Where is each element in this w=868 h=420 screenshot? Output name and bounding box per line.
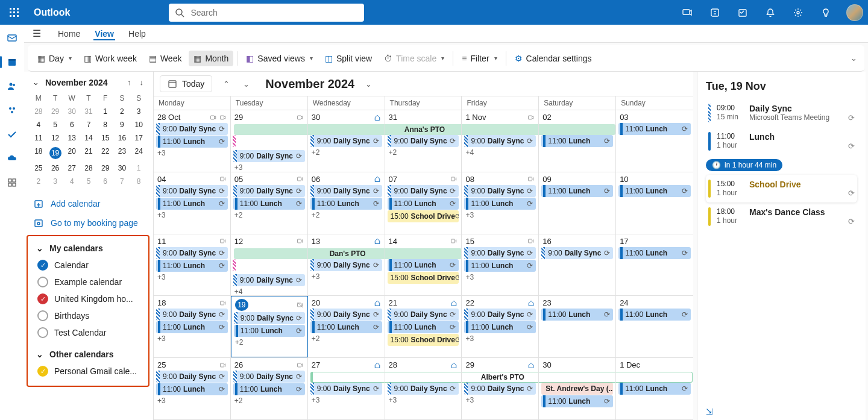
day-cell[interactable]: 189:00Daily Sync⟳11:00Lunch⟳+3	[154, 296, 231, 357]
today-button[interactable]: Today	[160, 75, 212, 92]
calendar-event[interactable]: 11:00Lunch⟳	[464, 260, 536, 272]
calendar-event[interactable]: 11:00Lunch⟳	[310, 321, 382, 333]
calendar-event[interactable]: 9:00Daily Sync⟳	[233, 371, 305, 383]
mini-day[interactable]: 8	[130, 175, 147, 188]
rail-groups-icon[interactable]	[2, 101, 22, 120]
day-cell[interactable]: 079:00Daily Sync⟳11:00Lunch⟳15:00School …	[385, 172, 462, 234]
mini-day[interactable]: 19	[47, 145, 64, 161]
calendar-event[interactable]: 9:00Daily Sync⟳	[464, 383, 536, 395]
tab-help[interactable]: Help	[127, 27, 147, 40]
mini-day[interactable]: 1	[130, 161, 147, 175]
settings-icon[interactable]	[788, 3, 808, 22]
mini-day[interactable]: 7	[114, 175, 131, 188]
agenda-item[interactable]: 18:001 hourMax's Dance Class⟳	[706, 202, 857, 231]
calendar-event[interactable]: 11:00Lunch⟳	[156, 260, 228, 272]
calendar-event[interactable]: 9:00Daily Sync⟳	[388, 135, 459, 147]
calendar-event[interactable]: 9:00Daily Sync⟳	[156, 371, 228, 383]
calendar-toggle[interactable]	[37, 260, 48, 271]
waffle-icon[interactable]	[5, 3, 24, 22]
day-cell[interactable]: 2411:00Lunch⟳	[616, 296, 693, 357]
my-calendars-group[interactable]: ⌄ My calendars	[30, 240, 146, 257]
day-cell[interactable]: 0911:00Lunch⟳	[539, 172, 616, 234]
mini-day[interactable]: 3	[47, 175, 64, 188]
mini-day[interactable]: 9	[114, 118, 131, 131]
more-events[interactable]: +2	[232, 210, 306, 220]
hamburger-icon[interactable]: ☰	[33, 28, 41, 39]
calendar-event[interactable]: 11:00Lunch⟳	[234, 325, 305, 337]
mini-day[interactable]: 28	[80, 161, 97, 175]
mini-day[interactable]: 1	[97, 105, 114, 118]
more-events[interactable]: +3	[155, 396, 229, 406]
next-period-icon[interactable]: ⌄	[241, 80, 252, 89]
mini-day[interactable]: 6	[97, 175, 114, 188]
calendar-event[interactable]: 11:00Lunch⟳	[156, 136, 228, 148]
calendar-list-item[interactable]: Calendar	[30, 257, 146, 274]
more-events[interactable]: +3	[155, 334, 229, 343]
mini-day[interactable]: 28	[30, 105, 47, 118]
calendar-event[interactable]: 9:00Daily Sync⟳	[233, 274, 305, 286]
day-cell[interactable]: 059:00Daily Sync⟳11:00Lunch⟳+2	[231, 172, 308, 234]
tab-home[interactable]: Home	[57, 27, 81, 40]
more-events[interactable]: +4	[463, 148, 537, 157]
calendar-event[interactable]: 11:00Lunch⟳	[388, 198, 459, 210]
mini-day[interactable]: 5	[47, 118, 64, 131]
mini-calendar[interactable]: MTWTFSS282930311234567891011121314151617…	[24, 92, 153, 188]
calendar-event[interactable]: 11:00Lunch⟳	[618, 247, 691, 259]
day-cell[interactable]: 1 Nov9:00Daily Sync⟳+4	[462, 110, 539, 172]
more-events[interactable]: +4	[232, 287, 306, 296]
day-cell[interactable]: 199:00Daily Sync⟳11:00Lunch⟳+2	[231, 296, 308, 357]
rail-onedrive-icon[interactable]	[2, 149, 22, 168]
mini-day[interactable]: 3	[130, 105, 147, 118]
more-events[interactable]: +3	[309, 272, 383, 281]
calendar-event[interactable]: 11:00Lunch⟳	[388, 259, 459, 271]
mini-day[interactable]: 27	[63, 161, 80, 175]
calendar-event[interactable]: 11:00Lunch⟳	[541, 395, 613, 407]
calendar-event[interactable]	[232, 259, 236, 274]
mini-day[interactable]: 4	[63, 175, 80, 188]
title-dropdown-icon[interactable]: ⌄	[363, 80, 374, 89]
mini-day[interactable]: 29	[47, 105, 64, 118]
notifications-icon[interactable]	[761, 3, 780, 22]
more-events[interactable]: +2	[233, 337, 306, 347]
more-events[interactable]: +3	[232, 163, 306, 172]
rail-todo-icon[interactable]	[2, 125, 22, 144]
rail-calendar-icon[interactable]	[2, 52, 22, 72]
booking-page-link[interactable]: Go to my booking page	[24, 213, 153, 233]
mini-day[interactable]: 17	[130, 131, 147, 145]
calendar-list-item[interactable]: Example calendar	[30, 274, 146, 290]
calendar-event[interactable]: 11:00Lunch⟳	[541, 185, 613, 197]
calendar-event[interactable]: 9:00Daily Sync⟳	[156, 123, 228, 135]
agenda-item[interactable]: 11:001 hourLunch⟳	[706, 127, 857, 155]
calendar-event[interactable]: 9:00Daily Sync⟳	[156, 185, 228, 197]
mini-day[interactable]: 13	[63, 131, 80, 145]
calendar-toggle[interactable]	[37, 310, 48, 321]
mini-day[interactable]: 22	[97, 145, 114, 161]
mini-day[interactable]: 30	[63, 105, 80, 118]
chevron-down-icon[interactable]: ⌄	[33, 78, 39, 87]
calendar-event[interactable]: 11:00Lunch⟳	[618, 123, 691, 135]
calendar-event[interactable]: 11:00Lunch⟳	[156, 383, 228, 395]
calendar-event[interactable]: 11:00Lunch⟳	[464, 321, 536, 333]
mini-day[interactable]: 23	[114, 145, 131, 161]
saved-views-button[interactable]: ◧Saved views▾	[241, 51, 318, 66]
day-cell[interactable]: 299:00Daily Sync⟳+3	[462, 358, 539, 419]
calendar-event[interactable]: 9:00Daily Sync⟳	[464, 185, 536, 197]
calendar-toggle[interactable]	[37, 327, 48, 338]
mini-day[interactable]: 18	[30, 145, 47, 161]
calendar-event[interactable]: 9:00Daily Sync⟳	[464, 309, 536, 321]
calendar-event[interactable]: 9:00Daily Sync⟳	[310, 185, 382, 197]
tab-view[interactable]: View	[93, 27, 115, 40]
calendar-list-item[interactable]: Test Calendar	[30, 324, 146, 341]
calendar-toggle[interactable]	[37, 366, 48, 377]
day-cell[interactable]: 1411:00Lunch⟳15:00School Drive⟳	[385, 234, 462, 296]
calendar-event[interactable]: 9:00Daily Sync⟳	[541, 247, 613, 259]
tips-icon[interactable]	[816, 3, 835, 22]
calendar-settings-button[interactable]: ⚙Calendar settings	[510, 51, 597, 66]
calendar-list-item[interactable]: United Kingdom ho...	[30, 290, 146, 307]
more-events[interactable]: +3	[309, 395, 383, 405]
filter-button[interactable]: ≡Filter▾	[457, 51, 502, 66]
mini-day[interactable]: 29	[97, 161, 114, 175]
calendar-event[interactable]: 11:00Lunch⟳	[541, 135, 613, 147]
calendar-event[interactable]: 11:00Lunch⟳	[310, 198, 382, 210]
calendar-event[interactable]: 15:00School Drive⟳	[388, 334, 459, 346]
